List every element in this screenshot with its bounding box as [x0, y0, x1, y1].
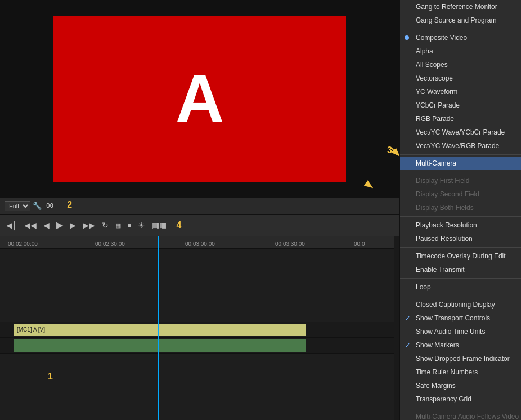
menu-separator — [400, 408, 521, 408]
video-controls-bar: Full 1/2 1/4 🔧 00 2 — [0, 197, 399, 214]
menu-item-label: All Scopes — [416, 61, 448, 69]
menu-separator — [400, 216, 521, 217]
loop-button[interactable]: ↻ — [100, 220, 110, 230]
ruler-tick-5: 00:0 — [354, 241, 365, 247]
track-clip-audio[interactable] — [14, 339, 306, 352]
annotation-3: 3 — [387, 145, 392, 155]
menu-item-show-dropped-frame[interactable]: Show Dropped Frame Indicator — [400, 352, 521, 365]
wrench-icon[interactable]: 🔧 — [33, 202, 42, 210]
clip-label: [MC1] A [V] — [17, 327, 45, 333]
menu-item-gang-to-ref[interactable]: Gang to Reference Monitor — [400, 0, 521, 14]
menu-item-vect-yc-wave-ycbcr[interactable]: Vect/YC Wave/YCbCr Parade — [400, 126, 521, 139]
menu-item-timecode-overlay[interactable]: Timecode Overlay During Edit — [400, 249, 521, 263]
menu-item-multi-camera[interactable]: Multi-Camera — [400, 157, 521, 170]
ruler-tick-2: 00:02:30:00 — [95, 241, 125, 247]
menu-item-label: YCbCr Parade — [416, 101, 460, 109]
menu-item-gang-source-program[interactable]: Gang Source and Program — [400, 14, 521, 27]
snapshot-button[interactable]: ☀ — [136, 220, 147, 230]
menu-item-label: Transparency Grid — [416, 395, 471, 403]
menu-item-label: Composite Video — [416, 34, 467, 42]
play-button[interactable]: ▶ — [55, 220, 65, 231]
menu-item-show-transport[interactable]: ✓Show Transport Controls — [400, 311, 521, 325]
menu-item-rgb-parade[interactable]: RGB Parade — [400, 112, 521, 126]
annotation-4: 4 — [176, 220, 181, 230]
menu-item-label: Show Transport Controls — [416, 314, 490, 322]
track-row-audio — [0, 338, 399, 354]
menu-item-display-first-field: Display First Field — [400, 174, 521, 187]
frame-back-button[interactable]: ◀ — [42, 220, 51, 230]
menu-item-time-ruler-numbers[interactable]: Time Ruler Numbers — [400, 365, 521, 379]
menu-item-label: Show Audio Time Units — [416, 328, 485, 336]
menu-item-show-audio-time[interactable]: Show Audio Time Units — [400, 325, 521, 338]
menu-item-enable-transmit[interactable]: Enable Transmit — [400, 263, 521, 276]
checkmark-icon: ✓ — [405, 341, 411, 350]
timeline-playhead — [158, 236, 159, 420]
multi-cam-button[interactable]: ▦▦ — [150, 220, 168, 230]
menu-item-label: Multi-Camera Audio Follows Video — [416, 413, 519, 420]
menu-item-label: Vectorscope — [416, 74, 453, 82]
menu-separator — [400, 296, 521, 296]
menu-item-label: YC Waveform — [416, 88, 457, 96]
menu-item-label: Time Ruler Numbers — [416, 368, 478, 376]
menu-item-label: Vect/YC Wave/RGB Parade — [416, 142, 499, 150]
resolution-select[interactable]: Full 1/2 1/4 — [5, 201, 30, 211]
menu-item-yc-waveform[interactable]: YC Waveform — [400, 85, 521, 99]
menu-item-label: Vect/YC Wave/YCbCr Parade — [416, 128, 505, 136]
frame-forward-button[interactable]: ▶ — [68, 220, 78, 230]
menu-item-label: Closed Captioning Display — [416, 301, 495, 309]
timecode-display: 00 — [46, 202, 53, 209]
menu-item-label: Display First Field — [416, 177, 469, 185]
annotation-1: 1 — [48, 372, 53, 382]
checkmark-icon: ✓ — [405, 314, 411, 323]
menu-item-label: Show Markers — [416, 341, 459, 349]
menu-item-ycbcr-parade[interactable]: YCbCr Parade — [400, 99, 521, 112]
menu-item-label: Gang to Reference Monitor — [416, 3, 497, 11]
dropdown-menu: Gang to Reference MonitorGang Source and… — [399, 0, 521, 420]
menu-item-vect-yc-wave-rgb[interactable]: Vect/YC Wave/RGB Parade — [400, 139, 521, 153]
menu-item-label: Safe Margins — [416, 382, 456, 390]
menu-item-vectorscope[interactable]: Vectorscope — [400, 72, 521, 85]
step-back-button[interactable]: ◀◀ — [23, 220, 38, 230]
menu-item-show-markers[interactable]: ✓Show Markers — [400, 338, 521, 352]
menu-separator — [400, 172, 521, 172]
step-forward-button[interactable]: ▶▶ — [81, 220, 97, 230]
menu-item-label: Display Second Field — [416, 190, 479, 198]
menu-item-paused-resolution[interactable]: Paused Resolution — [400, 232, 521, 245]
menu-item-alpha[interactable]: Alpha — [400, 44, 521, 58]
menu-item-label: Display Both Fields — [416, 204, 474, 212]
menu-separator — [400, 29, 521, 29]
menu-item-label: RGB Parade — [416, 115, 454, 123]
video-area: A — [0, 0, 399, 197]
overwrite-button[interactable]: ■ — [126, 221, 133, 230]
menu-item-display-second-field: Display Second Field — [400, 187, 521, 201]
menu-item-playback-resolution[interactable]: Playback Resolution — [400, 218, 521, 232]
menu-item-label: Alpha — [416, 47, 433, 55]
menu-item-label: Enable Transmit — [416, 266, 465, 274]
menu-item-closed-captioning[interactable]: Closed Captioning Display — [400, 298, 521, 311]
radio-icon — [405, 35, 409, 40]
ruler-tick-1: 00:02:00:00 — [8, 241, 38, 247]
menu-item-label: Loop — [416, 283, 431, 291]
menu-separator — [400, 247, 521, 248]
transport-bar: ◀│ ◀◀ ◀ ▶ ▶ ▶▶ ↻ ▦ ■ ☀ ▦▦ 4 — [0, 214, 399, 236]
menu-item-label: Show Dropped Frame Indicator — [416, 355, 510, 363]
menu-item-safe-margins[interactable]: Safe Margins — [400, 379, 521, 392]
insert-button[interactable]: ▦ — [114, 221, 123, 230]
menu-item-display-both-fields: Display Both Fields — [400, 201, 521, 215]
track-clip-video[interactable]: [MC1] A [V] — [14, 324, 306, 336]
menu-item-transparency-grid[interactable]: Transparency Grid — [400, 392, 521, 406]
video-letter: A — [176, 60, 224, 137]
menu-item-loop[interactable]: Loop — [400, 280, 521, 294]
menu-separator — [400, 278, 521, 279]
go-to-in-button[interactable]: ◀│ — [5, 220, 19, 230]
timeline-tracks: [MC1] A [V] — [0, 322, 399, 420]
menu-item-composite-video[interactable]: Composite Video — [400, 31, 521, 44]
timeline-scrollbar[interactable] — [394, 236, 399, 420]
ruler-tick-4: 00:03:30:00 — [275, 241, 305, 247]
menu-item-label: Paused Resolution — [416, 235, 473, 243]
menu-separator — [400, 154, 521, 155]
menu-item-label: Timecode Overlay During Edit — [416, 252, 506, 260]
timeline-area: 00:02:00:00 00:02:30:00 00:03:00:00 00:0… — [0, 236, 399, 420]
menu-item-all-scopes[interactable]: All Scopes — [400, 58, 521, 72]
timeline-ruler: 00:02:00:00 00:02:30:00 00:03:00:00 00:0… — [0, 236, 399, 249]
